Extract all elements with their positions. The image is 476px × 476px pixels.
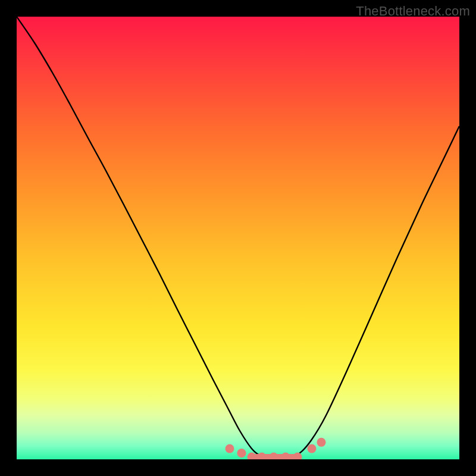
gradient-background — [17, 17, 459, 459]
watermark-text: TheBottleneck.com — [356, 4, 470, 19]
outer-frame: TheBottleneck.com — [0, 0, 476, 476]
flat-marker-dot — [237, 449, 246, 458]
flat-marker-dot — [226, 444, 234, 453]
flat-marker-dot — [317, 438, 326, 447]
bottleneck-chart — [17, 17, 459, 459]
plot-area — [17, 17, 459, 459]
flat-marker-dot — [308, 444, 317, 453]
